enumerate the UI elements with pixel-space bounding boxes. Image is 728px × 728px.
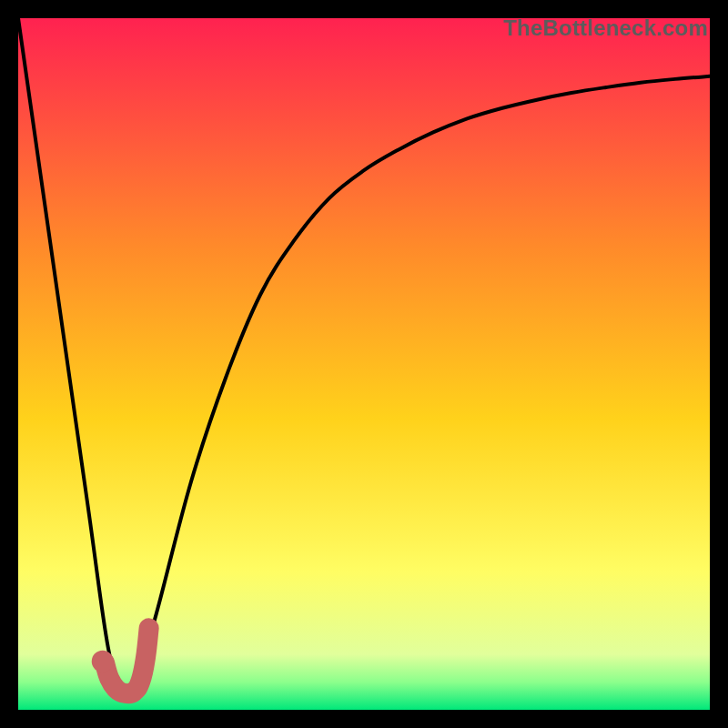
plot-frame: TheBottleneck.com: [18, 18, 710, 710]
watermark: TheBottleneck.com: [503, 15, 708, 41]
gradient-background: [18, 18, 710, 710]
plot-area: [18, 18, 710, 710]
j-marker-dot: [92, 651, 114, 672]
